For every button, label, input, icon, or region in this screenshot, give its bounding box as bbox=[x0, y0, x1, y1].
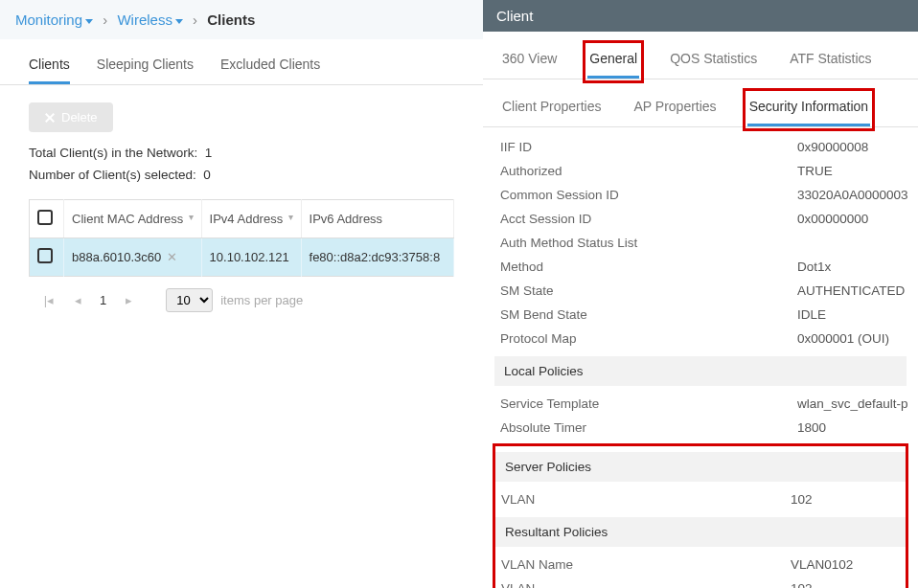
close-icon bbox=[44, 112, 56, 124]
pager-first[interactable]: |◂ bbox=[38, 290, 59, 311]
breadcrumb-sep: › bbox=[103, 11, 107, 28]
pager-current: 1 bbox=[96, 293, 110, 307]
value-authorized: TRUE bbox=[797, 164, 833, 178]
left-tabs: Clients Sleeping Clients Excluded Client… bbox=[0, 39, 483, 85]
panel-top-tabs: 360 View General QOS Statistics ATF Stat… bbox=[483, 32, 918, 79]
row-checkbox[interactable] bbox=[37, 248, 53, 263]
label-acct-session-id: Acct Session ID bbox=[500, 212, 797, 226]
selected-clients-stat: Number of Client(s) selected: 0 bbox=[29, 168, 454, 182]
value-method: Dot1x bbox=[797, 260, 831, 274]
cell-ipv6: fe80::d8a2:dc93:3758:8 bbox=[301, 238, 453, 277]
tab-excluded-clients[interactable]: Excluded Clients bbox=[220, 57, 320, 84]
tab-qos-statistics[interactable]: QOS Statistics bbox=[668, 45, 759, 79]
pager-prev[interactable]: ◂ bbox=[67, 290, 88, 311]
security-details: IIF ID0x90000008 AuthorizedTRUE Common S… bbox=[483, 127, 918, 588]
label-common-session-id: Common Session ID bbox=[500, 188, 797, 202]
tab-clients[interactable]: Clients bbox=[29, 57, 70, 84]
items-per-page-label: items per page bbox=[220, 293, 303, 307]
label-absolute-timer: Absolute Timer bbox=[500, 420, 797, 435]
label-server-vlan: VLAN bbox=[501, 492, 791, 507]
value-absolute-timer: 1800 bbox=[797, 420, 826, 435]
breadcrumb-monitoring[interactable]: Monitoring bbox=[15, 11, 93, 28]
delete-label: Delete bbox=[61, 110, 98, 124]
section-resultant-policies: Resultant Policies bbox=[495, 517, 906, 547]
breadcrumb: Monitoring › Wireless › Clients bbox=[0, 0, 483, 39]
value-sm-state: AUTHENTICATED bbox=[797, 283, 905, 298]
cell-ipv4: 10.10.102.121 bbox=[201, 238, 301, 277]
pager: |◂ ◂ 1 ▸ 10 items per page bbox=[29, 277, 454, 312]
subtab-security-information[interactable]: Security Information bbox=[747, 93, 871, 126]
chevron-down-icon: ▾ bbox=[189, 212, 194, 222]
col-mac[interactable]: Client MAC Address▾ bbox=[64, 200, 202, 238]
value-vlan-name: VLAN0102 bbox=[791, 557, 853, 572]
value-protocol-map: 0x000001 (OUI) bbox=[797, 331, 889, 346]
col-ipv6[interactable]: IPv6 Address bbox=[301, 200, 453, 238]
tab-360-view[interactable]: 360 View bbox=[500, 45, 559, 79]
value-iif-id: 0x90000008 bbox=[797, 140, 868, 154]
label-method: Method bbox=[500, 260, 797, 274]
panel-title: Client bbox=[483, 0, 918, 32]
value-server-vlan: 102 bbox=[791, 492, 813, 507]
page-size-select[interactable]: 10 bbox=[166, 288, 213, 312]
tab-general[interactable]: General bbox=[587, 45, 639, 79]
value-sm-bend-state: IDLE bbox=[797, 307, 826, 322]
pager-next[interactable]: ▸ bbox=[118, 290, 139, 311]
breadcrumb-sep: › bbox=[193, 11, 197, 28]
subtab-ap-properties[interactable]: AP Properties bbox=[632, 93, 719, 126]
total-clients-stat: Total Client(s) in the Network: 1 bbox=[29, 146, 454, 160]
tab-atf-statistics[interactable]: ATF Statistics bbox=[788, 45, 873, 79]
value-result-vlan: 102 bbox=[791, 581, 813, 588]
label-service-template: Service Template bbox=[500, 396, 797, 411]
delete-button[interactable]: Delete bbox=[29, 102, 113, 132]
breadcrumb-wireless[interactable]: Wireless bbox=[117, 11, 183, 28]
section-local-policies: Local Policies bbox=[494, 356, 907, 386]
select-all-checkbox[interactable] bbox=[37, 210, 53, 225]
chevron-down-icon bbox=[175, 19, 183, 24]
label-vlan-name: VLAN Name bbox=[501, 557, 791, 572]
subtab-client-properties[interactable]: Client Properties bbox=[500, 93, 604, 126]
value-acct-session-id: 0x00000000 bbox=[797, 212, 868, 226]
chevron-down-icon bbox=[85, 19, 93, 24]
label-protocol-map: Protocol Map bbox=[500, 331, 797, 346]
clients-table: Client MAC Address▾ IPv4 Address▾ IPv6 A… bbox=[29, 199, 454, 277]
label-sm-bend-state: SM Bend State bbox=[500, 307, 797, 322]
table-row[interactable]: b88a.6010.3c60✕ 10.10.102.121 fe80::d8a2… bbox=[30, 238, 454, 277]
col-ipv4[interactable]: IPv4 Address▾ bbox=[201, 200, 301, 238]
label-authorized: Authorized bbox=[500, 164, 797, 178]
label-iif-id: IIF ID bbox=[500, 140, 797, 154]
label-auth-method-status: Auth Method Status List bbox=[500, 236, 797, 250]
section-server-policies: Server Policies bbox=[495, 452, 906, 482]
value-common-session-id: 33020A0A0000003 bbox=[797, 188, 908, 202]
cell-mac: b88a.6010.3c60 bbox=[72, 250, 161, 264]
chevron-down-icon: ▾ bbox=[288, 212, 293, 222]
label-result-vlan: VLAN bbox=[501, 581, 791, 588]
label-sm-state: SM State bbox=[500, 283, 797, 298]
breadcrumb-current: Clients bbox=[207, 11, 255, 28]
highlighted-policies-block: Server Policies VLAN102 Resultant Polici… bbox=[493, 443, 908, 588]
wrench-icon[interactable]: ✕ bbox=[167, 250, 177, 264]
tab-sleeping-clients[interactable]: Sleeping Clients bbox=[97, 57, 194, 84]
panel-sub-tabs: Client Properties AP Properties Security… bbox=[483, 79, 918, 127]
value-service-template: wlan_svc_default-p bbox=[797, 396, 908, 411]
